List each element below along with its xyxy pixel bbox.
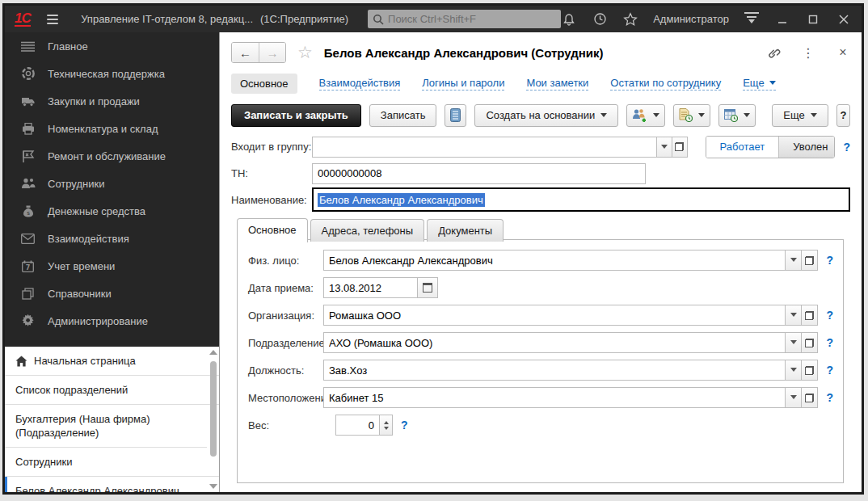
navlink-loginy-paroli[interactable]: Логины и пароли (422, 77, 504, 91)
save-close-button[interactable]: Записать и закрыть (231, 104, 361, 127)
forward-button[interactable]: → (259, 43, 285, 62)
organization-open-button[interactable] (801, 305, 818, 326)
notifications-bell-icon[interactable] (561, 11, 577, 27)
spin-up-icon[interactable] (384, 421, 389, 424)
save-button[interactable]: Записать (369, 104, 437, 127)
task-document-button[interactable] (673, 104, 710, 127)
navlink-moi-zametki[interactable]: Мои заметки (526, 77, 588, 91)
tab-osnovnoe[interactable]: Основное (237, 218, 308, 242)
weight-stepper[interactable] (379, 415, 393, 436)
fizlico-open-button[interactable] (801, 250, 818, 271)
favorites-star-icon[interactable] (622, 11, 638, 27)
help-link[interactable]: ? (401, 419, 408, 432)
help-link[interactable]: ? (826, 364, 833, 377)
scroll-up-icon[interactable] (209, 350, 217, 355)
help-link[interactable]: ? (826, 309, 833, 322)
show-in-list-button[interactable] (445, 104, 466, 127)
sidebar-item-label: Денежные средства (48, 205, 145, 217)
name-input[interactable]: Белов Александр Александрович (312, 187, 850, 212)
nav-item-sotrudniki[interactable]: Сотрудники (5, 448, 219, 477)
sidebar-item-vzaimodeystviya[interactable]: Взаимодействия (5, 225, 219, 252)
position-open-button[interactable] (801, 360, 818, 381)
department-open-button[interactable] (801, 332, 818, 353)
link-icon[interactable] (766, 45, 781, 60)
sidebar-item-denezhnye[interactable]: s Денежные средства (5, 197, 219, 225)
search-input[interactable] (388, 13, 556, 25)
service-menu-icon[interactable] (744, 12, 760, 27)
status-working-button[interactable]: Работает (706, 137, 779, 158)
page-title: Белов Александр Александрович (Сотрудник… (324, 46, 604, 60)
sidebar-item-remont[interactable]: Ремонт и обслуживание (5, 142, 219, 170)
truck-icon (20, 94, 36, 108)
maximize-button[interactable] (805, 11, 821, 27)
fizlico-dropdown-button[interactable] (785, 250, 802, 271)
weight-input[interactable] (335, 415, 380, 436)
sidebar-item-spravochniki[interactable]: Справочники (5, 280, 219, 307)
sidebar-item-sotrudniki[interactable]: Сотрудники (5, 170, 219, 197)
open-icon (675, 142, 684, 151)
tn-input[interactable] (312, 163, 646, 184)
navlink-ostatki[interactable]: Остатки по сотруднику (610, 77, 721, 91)
sidebar-item-nomenklatura[interactable]: Номенклатура и склад (5, 115, 219, 142)
sidebar-item-label: Учет времени (48, 260, 115, 272)
global-search[interactable] (368, 10, 561, 28)
current-user[interactable]: Администратор (653, 13, 729, 25)
location-open-button[interactable] (801, 387, 818, 408)
nav-item-buhgalteriya[interactable]: Бухгалтерия (Наша фирма) (Подразделение) (5, 405, 207, 448)
sidebar-item-zakupki[interactable]: Закупки и продажи (5, 87, 219, 115)
add-user-button[interactable] (626, 104, 665, 127)
location-dropdown-button[interactable] (785, 387, 802, 408)
sidebar-item-glavnoe[interactable]: Главное (5, 32, 219, 60)
navlink-osnovnoe[interactable]: Основное (231, 74, 297, 94)
nav-item-belov-active[interactable]: Белов Александр Александрович (Сотрудник… (5, 477, 207, 492)
navlink-more[interactable]: Еще (743, 77, 775, 91)
titlebar: 1С Управление IT-отделом 8, редакц... (1… (5, 6, 862, 32)
organization-input[interactable] (323, 305, 786, 326)
help-link[interactable]: ? (826, 336, 833, 349)
more-dots-icon[interactable]: ⋮ (801, 45, 815, 60)
chevron-down-icon (744, 113, 750, 120)
department-dropdown-button[interactable] (785, 332, 802, 353)
location-input[interactable] (323, 387, 786, 408)
help-link[interactable]: ? (826, 391, 833, 404)
history-icon[interactable] (592, 11, 608, 27)
report-schedule-button[interactable] (718, 104, 756, 127)
position-dropdown-button[interactable] (785, 360, 802, 381)
navlink-vzaimodeystviya[interactable]: Взаимодействия (319, 77, 401, 91)
spin-down-icon[interactable] (384, 427, 389, 430)
sidebar-item-administrirovanie[interactable]: Администрирование (5, 307, 219, 335)
field-label: Дата приема: (248, 282, 323, 294)
group-input[interactable] (312, 137, 657, 158)
position-input[interactable] (323, 360, 786, 381)
help-link[interactable]: ? (843, 141, 850, 154)
main-menu-icon[interactable] (47, 15, 58, 24)
nav-item-home[interactable]: Начальная страница (5, 347, 219, 376)
minimize-button[interactable] (774, 11, 790, 27)
help-link[interactable]: ? (826, 254, 833, 267)
nav-item-spisok-podrazdeleniy[interactable]: Список подразделений (5, 376, 219, 405)
tab-dokumenty[interactable]: Документы (427, 219, 504, 242)
fizlico-input[interactable] (323, 250, 786, 271)
more-button[interactable]: Еще (772, 104, 828, 127)
field-row-organizaciya: Организация: ? (248, 305, 833, 326)
create-based-on-button[interactable]: Создать на основании (474, 104, 618, 127)
app-window: 1С Управление IT-отделом 8, редакц... (1… (2, 3, 864, 495)
favorite-star-icon[interactable]: ☆ (297, 44, 313, 61)
help-button[interactable]: ? (836, 104, 850, 127)
group-open-button[interactable] (672, 137, 688, 158)
hire-date-input[interactable] (323, 277, 418, 298)
calendar-picker-button[interactable] (417, 277, 438, 298)
group-dropdown-button[interactable] (656, 137, 672, 158)
tab-adresa-telefony[interactable]: Адреса, телефоны (310, 219, 425, 242)
close-window-button[interactable] (836, 11, 852, 27)
sidebar-scrollbar[interactable] (209, 348, 217, 490)
department-input[interactable] (323, 332, 786, 353)
back-button[interactable]: ← (232, 43, 259, 62)
organization-dropdown-button[interactable] (785, 305, 802, 326)
close-form-icon[interactable]: × (836, 45, 850, 60)
sidebar-item-uchet-vremeni[interactable]: 7 Учет времени (5, 252, 219, 280)
sidebar-item-tehpodderzhka[interactable]: Техническая поддержка (5, 60, 219, 87)
status-fired-button[interactable]: Уволен (778, 137, 835, 158)
scroll-down-icon[interactable] (209, 484, 217, 489)
scroll-thumb[interactable] (210, 361, 217, 457)
